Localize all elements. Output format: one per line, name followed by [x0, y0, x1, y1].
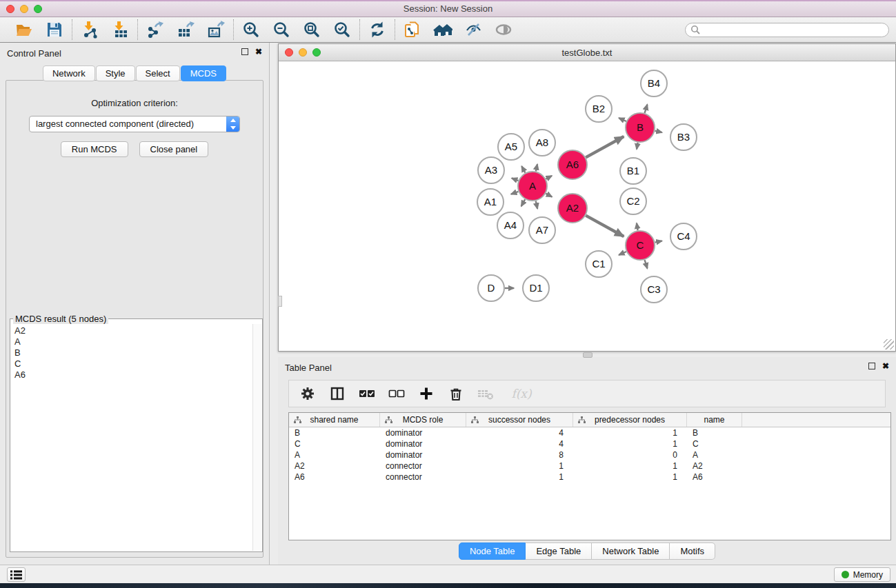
export-table-button[interactable] [175, 19, 197, 40]
table-cell[interactable]: 1 [573, 438, 687, 449]
graph-node-C4[interactable]: C4 [670, 223, 697, 250]
graph-node-A1[interactable]: A1 [477, 189, 504, 215]
function-builder-button[interactable]: f(x) [506, 385, 537, 403]
table-settings-button[interactable] [299, 385, 317, 403]
duplicate-network-button[interactable] [401, 19, 424, 40]
table-row[interactable]: Bdominator41B [289, 427, 890, 438]
criterion-dropdown[interactable]: largest connected component (directed) [29, 116, 240, 132]
graph-edge-C-C3[interactable] [645, 260, 648, 268]
table-cell[interactable]: dominator [380, 438, 466, 449]
graph-edge-A-A2[interactable] [546, 194, 552, 197]
table-cell[interactable]: 1 [466, 472, 573, 483]
column-header-name[interactable]: name [687, 413, 742, 427]
float-panel-icon[interactable] [241, 48, 248, 55]
panel-divider-grip[interactable] [278, 296, 282, 307]
search-input[interactable] [703, 25, 884, 34]
graph-edge-A-A4[interactable] [521, 199, 526, 206]
table-row[interactable]: A6connector11A6 [289, 472, 890, 483]
result-item[interactable]: A6 [14, 369, 249, 381]
close-window-button[interactable] [6, 5, 14, 13]
graph-node-C1[interactable]: C1 [586, 251, 612, 277]
tab-node-table[interactable]: Node Table [459, 543, 526, 560]
table-cell[interactable]: 4 [466, 427, 573, 438]
table-cell[interactable]: A2 [289, 460, 380, 472]
tab-mcds[interactable]: MCDS [181, 65, 226, 81]
zoom-fit-button[interactable] [301, 19, 323, 40]
table-cell[interactable]: C [687, 438, 742, 449]
show-panels-button[interactable] [492, 19, 515, 40]
table-cell[interactable]: 4 [466, 438, 573, 449]
graph-edge-C-C1[interactable] [619, 252, 626, 255]
graph-node-B1[interactable]: B1 [620, 158, 646, 184]
graph-edge-A-A7[interactable] [536, 201, 537, 208]
graph-node-A4[interactable]: A4 [497, 212, 524, 239]
table-cell[interactable]: 0 [573, 449, 687, 460]
show-column-button[interactable] [328, 385, 346, 403]
table-row[interactable]: Adominator80A [289, 449, 890, 460]
graph-edge-C-C2[interactable] [637, 223, 638, 231]
table-cell[interactable]: C [289, 438, 380, 449]
maximize-window-button[interactable] [312, 48, 321, 57]
import-network-button[interactable] [79, 19, 101, 40]
run-mcds-button[interactable]: Run MCDS [61, 141, 128, 157]
close-panel-icon[interactable]: ✖ [882, 363, 889, 369]
tab-motifs[interactable]: Motifs [670, 543, 715, 560]
result-item[interactable]: B [14, 347, 249, 358]
tab-network[interactable]: Network [43, 65, 95, 81]
graph-edge-B-B1[interactable] [637, 143, 638, 150]
hide-panels-button[interactable] [462, 19, 484, 40]
table-cell[interactable]: 1 [466, 460, 573, 472]
delete-table-button[interactable] [477, 385, 495, 403]
memory-button[interactable]: Memory [834, 567, 890, 582]
tab-style[interactable]: Style [96, 65, 135, 81]
home-button[interactable] [432, 19, 454, 40]
export-image-button[interactable] [205, 19, 227, 40]
close-panel-icon[interactable]: ✖ [255, 48, 262, 55]
table-cell[interactable]: connector [380, 460, 466, 472]
float-panel-icon[interactable] [868, 363, 875, 369]
main-titlebar[interactable]: Session: New Session [0, 1, 896, 17]
table-cell[interactable]: dominator [380, 449, 466, 460]
column-header-shared-name[interactable]: shared name [289, 413, 380, 427]
close-panel-button[interactable]: Close panel [139, 141, 209, 157]
table-cell[interactable]: A6 [289, 472, 380, 483]
graph-node-A6[interactable]: A6 [558, 150, 587, 179]
graph-edge-A-A3[interactable] [512, 178, 519, 181]
open-session-button[interactable] [13, 19, 35, 40]
refresh-button[interactable] [366, 19, 388, 40]
network-window-titlebar[interactable]: testGlobe.txt [279, 44, 895, 61]
table-cell[interactable]: 1 [573, 472, 687, 483]
table-cell[interactable]: A [687, 449, 742, 460]
table-cell[interactable]: 1 [573, 427, 687, 438]
graph-edge-A-A5[interactable] [521, 166, 525, 173]
import-table-button[interactable] [109, 19, 131, 40]
export-network-button[interactable] [144, 19, 166, 40]
table-cell[interactable]: connector [380, 472, 466, 483]
network-canvas[interactable]: AA1A2A3A4A5A6A7A8BB1B2B3B4CC1C2C3C4DD1 [279, 62, 895, 350]
result-scrollbar[interactable] [252, 324, 261, 551]
horizontal-divider-grip[interactable] [583, 352, 593, 358]
tab-select[interactable]: Select [136, 65, 180, 81]
result-item[interactable]: A2 [14, 325, 249, 336]
table-cell[interactable]: A6 [687, 472, 742, 483]
graph-node-C2[interactable]: C2 [620, 188, 646, 214]
table-cell[interactable]: B [289, 427, 380, 438]
graph-node-B3[interactable]: B3 [670, 124, 697, 150]
minimize-window-button[interactable] [299, 48, 307, 57]
column-header-MCDS-role[interactable]: MCDS role [380, 413, 466, 427]
graph-edge-A-A8[interactable] [536, 164, 537, 171]
graph-node-A5[interactable]: A5 [498, 134, 524, 160]
table-cell[interactable]: 8 [466, 449, 573, 460]
tab-network-table[interactable]: Network Table [592, 543, 670, 560]
zoom-in-button[interactable] [240, 19, 262, 40]
select-all-columns-button[interactable] [358, 385, 376, 403]
table-cell[interactable]: A2 [687, 460, 742, 472]
minimize-window-button[interactable] [20, 5, 28, 13]
graph-edge-B-B4[interactable] [645, 105, 648, 113]
create-column-button[interactable] [417, 385, 435, 403]
result-item[interactable]: C [14, 358, 249, 369]
graph-edge-C-C4[interactable] [655, 241, 662, 242]
graph-node-C[interactable]: C [626, 231, 655, 260]
result-item[interactable]: A [14, 336, 249, 347]
graph-node-B[interactable]: B [626, 113, 655, 142]
